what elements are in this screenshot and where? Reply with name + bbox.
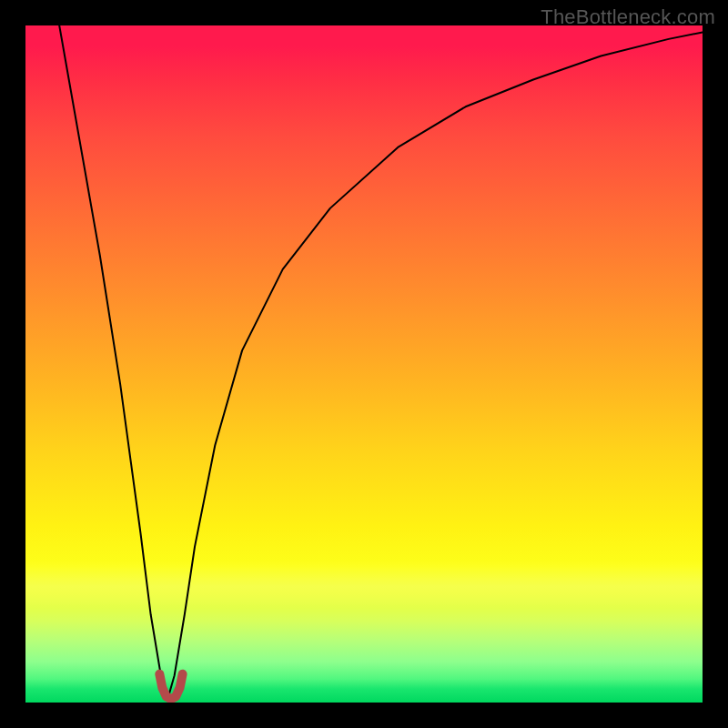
plot-area xyxy=(25,25,703,703)
heat-gradient-background xyxy=(25,25,703,703)
watermark-text: TheBottleneck.com xyxy=(541,5,715,29)
chart-frame: TheBottleneck.com xyxy=(0,0,728,728)
